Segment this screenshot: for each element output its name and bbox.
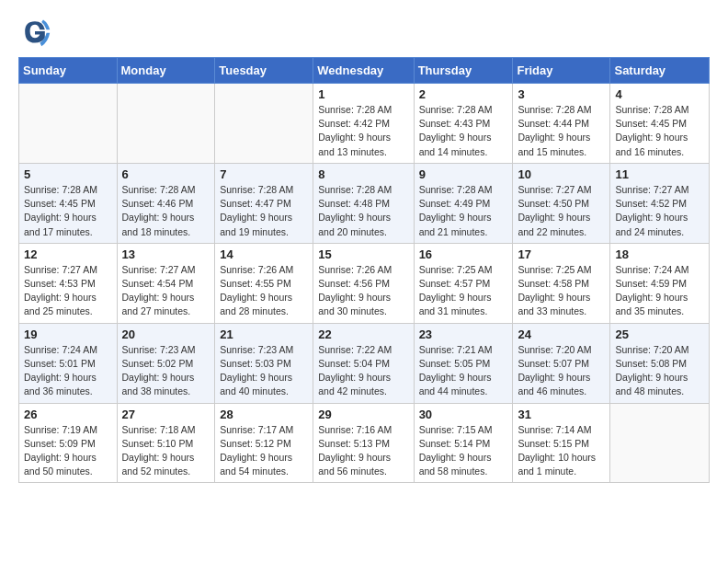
day-cell: 2Sunrise: 7:28 AM Sunset: 4:43 PM Daylig… — [414, 84, 513, 164]
day-cell: 19Sunrise: 7:24 AM Sunset: 5:01 PM Dayli… — [19, 323, 118, 403]
day-cell — [117, 84, 215, 164]
day-info: Sunrise: 7:26 AM Sunset: 4:56 PM Dayligh… — [318, 263, 408, 319]
day-info: Sunrise: 7:14 AM Sunset: 5:15 PM Dayligh… — [518, 423, 605, 479]
day-cell: 7Sunrise: 7:28 AM Sunset: 4:47 PM Daylig… — [215, 163, 313, 243]
weekday-header-row: SundayMondayTuesdayWednesdayThursdayFrid… — [19, 58, 710, 84]
day-info: Sunrise: 7:28 AM Sunset: 4:43 PM Dayligh… — [419, 103, 508, 159]
weekday-header-thursday: Thursday — [414, 58, 513, 84]
day-number: 19 — [24, 327, 112, 341]
day-number: 8 — [318, 167, 408, 181]
day-info: Sunrise: 7:16 AM Sunset: 5:13 PM Dayligh… — [318, 423, 408, 479]
day-info: Sunrise: 7:18 AM Sunset: 5:10 PM Dayligh… — [122, 423, 210, 479]
day-info: Sunrise: 7:28 AM Sunset: 4:47 PM Dayligh… — [220, 183, 308, 239]
day-cell: 3Sunrise: 7:28 AM Sunset: 4:44 PM Daylig… — [513, 84, 610, 164]
weekday-header-wednesday: Wednesday — [313, 58, 414, 84]
day-number: 5 — [24, 167, 112, 181]
day-cell: 1Sunrise: 7:28 AM Sunset: 4:42 PM Daylig… — [313, 84, 414, 164]
day-number: 15 — [318, 247, 408, 261]
week-row-4: 19Sunrise: 7:24 AM Sunset: 5:01 PM Dayli… — [19, 323, 710, 403]
day-cell: 12Sunrise: 7:27 AM Sunset: 4:53 PM Dayli… — [19, 243, 118, 323]
day-number: 28 — [220, 408, 308, 421]
day-number: 31 — [518, 408, 605, 421]
day-cell: 18Sunrise: 7:24 AM Sunset: 4:59 PM Dayli… — [610, 243, 710, 323]
week-row-1: 1Sunrise: 7:28 AM Sunset: 4:42 PM Daylig… — [19, 84, 710, 164]
day-number: 2 — [419, 87, 508, 101]
day-info: Sunrise: 7:23 AM Sunset: 5:03 PM Dayligh… — [220, 343, 308, 399]
day-number: 10 — [518, 167, 605, 181]
page: SundayMondayTuesdayWednesdayThursdayFrid… — [0, 0, 728, 501]
day-info: Sunrise: 7:15 AM Sunset: 5:14 PM Dayligh… — [419, 423, 508, 479]
day-info: Sunrise: 7:20 AM Sunset: 5:07 PM Dayligh… — [518, 343, 605, 399]
day-number: 21 — [220, 327, 308, 341]
day-number: 22 — [318, 327, 408, 341]
day-cell: 30Sunrise: 7:15 AM Sunset: 5:14 PM Dayli… — [414, 403, 513, 483]
day-number: 23 — [419, 327, 508, 341]
day-cell: 10Sunrise: 7:27 AM Sunset: 4:50 PM Dayli… — [513, 163, 610, 243]
weekday-header-tuesday: Tuesday — [215, 58, 313, 84]
day-info: Sunrise: 7:25 AM Sunset: 4:58 PM Dayligh… — [518, 263, 605, 319]
day-info: Sunrise: 7:28 AM Sunset: 4:48 PM Dayligh… — [318, 183, 408, 239]
day-info: Sunrise: 7:28 AM Sunset: 4:49 PM Dayligh… — [419, 183, 508, 239]
day-cell: 17Sunrise: 7:25 AM Sunset: 4:58 PM Dayli… — [513, 243, 610, 323]
day-info: Sunrise: 7:28 AM Sunset: 4:42 PM Dayligh… — [318, 103, 408, 159]
day-cell: 28Sunrise: 7:17 AM Sunset: 5:12 PM Dayli… — [215, 403, 313, 483]
day-cell: 14Sunrise: 7:26 AM Sunset: 4:55 PM Dayli… — [215, 243, 313, 323]
day-info: Sunrise: 7:27 AM Sunset: 4:50 PM Dayligh… — [518, 183, 605, 239]
day-info: Sunrise: 7:20 AM Sunset: 5:08 PM Dayligh… — [615, 343, 704, 399]
day-number: 9 — [419, 167, 508, 181]
day-cell: 13Sunrise: 7:27 AM Sunset: 4:54 PM Dayli… — [117, 243, 215, 323]
week-row-3: 12Sunrise: 7:27 AM Sunset: 4:53 PM Dayli… — [19, 243, 710, 323]
week-row-2: 5Sunrise: 7:28 AM Sunset: 4:45 PM Daylig… — [19, 163, 710, 243]
day-number: 12 — [24, 247, 112, 261]
day-info: Sunrise: 7:28 AM Sunset: 4:46 PM Dayligh… — [122, 183, 210, 239]
day-cell: 20Sunrise: 7:23 AM Sunset: 5:02 PM Dayli… — [117, 323, 215, 403]
day-info: Sunrise: 7:28 AM Sunset: 4:45 PM Dayligh… — [615, 103, 704, 159]
day-info: Sunrise: 7:27 AM Sunset: 4:54 PM Dayligh… — [122, 263, 210, 319]
day-info: Sunrise: 7:17 AM Sunset: 5:12 PM Dayligh… — [220, 423, 308, 479]
weekday-header-sunday: Sunday — [19, 58, 118, 84]
day-info: Sunrise: 7:27 AM Sunset: 4:52 PM Dayligh… — [615, 183, 704, 239]
day-info: Sunrise: 7:19 AM Sunset: 5:09 PM Dayligh… — [24, 423, 112, 479]
day-number: 25 — [615, 327, 704, 341]
week-row-5: 26Sunrise: 7:19 AM Sunset: 5:09 PM Dayli… — [19, 403, 710, 483]
day-number: 3 — [518, 87, 605, 101]
day-number: 14 — [220, 247, 308, 261]
day-info: Sunrise: 7:22 AM Sunset: 5:04 PM Dayligh… — [318, 343, 408, 399]
day-number: 27 — [122, 408, 210, 421]
day-cell: 27Sunrise: 7:18 AM Sunset: 5:10 PM Dayli… — [117, 403, 215, 483]
day-info: Sunrise: 7:23 AM Sunset: 5:02 PM Dayligh… — [122, 343, 210, 399]
day-number: 20 — [122, 327, 210, 341]
day-cell: 31Sunrise: 7:14 AM Sunset: 5:15 PM Dayli… — [513, 403, 610, 483]
day-cell — [19, 84, 118, 164]
day-number: 17 — [518, 247, 605, 261]
day-info: Sunrise: 7:25 AM Sunset: 4:57 PM Dayligh… — [419, 263, 508, 319]
day-number: 4 — [615, 87, 704, 101]
day-info: Sunrise: 7:26 AM Sunset: 4:55 PM Dayligh… — [220, 263, 308, 319]
day-cell: 8Sunrise: 7:28 AM Sunset: 4:48 PM Daylig… — [313, 163, 414, 243]
day-number: 18 — [615, 247, 704, 261]
day-number: 26 — [24, 408, 112, 421]
day-cell: 6Sunrise: 7:28 AM Sunset: 4:46 PM Daylig… — [117, 163, 215, 243]
day-number: 1 — [318, 87, 408, 101]
day-number: 16 — [419, 247, 508, 261]
day-cell: 11Sunrise: 7:27 AM Sunset: 4:52 PM Dayli… — [610, 163, 710, 243]
day-cell: 26Sunrise: 7:19 AM Sunset: 5:09 PM Dayli… — [19, 403, 118, 483]
day-cell: 25Sunrise: 7:20 AM Sunset: 5:08 PM Dayli… — [610, 323, 710, 403]
day-cell: 5Sunrise: 7:28 AM Sunset: 4:45 PM Daylig… — [19, 163, 118, 243]
day-number: 13 — [122, 247, 210, 261]
day-cell: 22Sunrise: 7:22 AM Sunset: 5:04 PM Dayli… — [313, 323, 414, 403]
day-cell — [215, 84, 313, 164]
day-info: Sunrise: 7:24 AM Sunset: 5:01 PM Dayligh… — [24, 343, 112, 399]
day-number: 7 — [220, 167, 308, 181]
weekday-header-saturday: Saturday — [610, 58, 710, 84]
weekday-header-monday: Monday — [117, 58, 215, 84]
calendar: SundayMondayTuesdayWednesdayThursdayFrid… — [18, 57, 710, 483]
day-info: Sunrise: 7:21 AM Sunset: 5:05 PM Dayligh… — [419, 343, 508, 399]
header — [18, 15, 710, 48]
day-number: 11 — [615, 167, 704, 181]
day-number: 30 — [419, 408, 508, 421]
logo-icon — [18, 15, 51, 48]
day-cell: 23Sunrise: 7:21 AM Sunset: 5:05 PM Dayli… — [414, 323, 513, 403]
logo — [18, 15, 57, 48]
day-cell: 9Sunrise: 7:28 AM Sunset: 4:49 PM Daylig… — [414, 163, 513, 243]
